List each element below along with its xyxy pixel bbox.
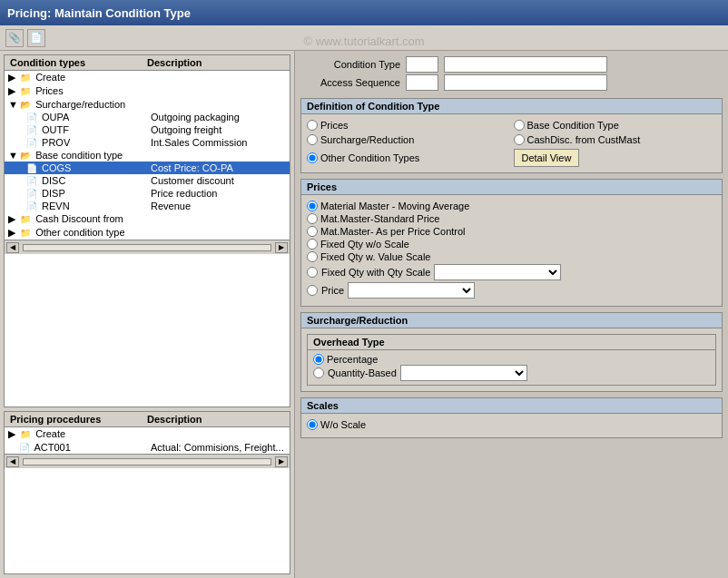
radio-fixed-qty-value[interactable]: Fixed Qty w. Value Scale: [307, 251, 716, 262]
radio-surcharge-input[interactable]: [307, 134, 318, 145]
tree-desc-oupa: Outgoing packaging: [147, 111, 290, 123]
radio-base-condition-input[interactable]: [514, 120, 525, 131]
radio-percentage-input[interactable]: [313, 354, 324, 365]
tree-item-surcharge[interactable]: ▼ 📂 Surcharge/reduction: [5, 98, 290, 111]
expand-cash[interactable]: ▶: [8, 213, 17, 225]
radio-quantity-based-input[interactable]: [313, 367, 324, 378]
doc-icon-prov: 📄: [26, 138, 37, 148]
tree-item-cogs[interactable]: 📄 COGS: [5, 162, 147, 174]
pricing-procedures-header: Pricing procedures Description: [5, 412, 290, 427]
tree-desc-outf: Outgoing freight: [147, 123, 290, 136]
detail-view-button[interactable]: Detail View: [514, 149, 580, 167]
tree-item-disc[interactable]: 📄 DISC: [5, 174, 147, 187]
radio-prices[interactable]: Prices: [307, 120, 510, 131]
tree-item-create[interactable]: ▶ 📁 Create: [5, 71, 290, 84]
tree-label-disp: DISP: [42, 188, 65, 199]
definition-content: Prices Base Condition Type Surcharge/Red…: [301, 114, 722, 172]
overhead-box: Overhead Type Percentage Quantity-Based: [307, 334, 716, 386]
access-sequence-input-small[interactable]: [406, 74, 438, 91]
radio-other-cond[interactable]: Other Condition Types: [307, 152, 510, 163]
radio-fixed-qty-wo-label: Fixed Qty w/o Scale: [320, 239, 409, 250]
toolbar-icon-2[interactable]: 📄: [27, 29, 45, 47]
expand-pp-create[interactable]: ▶: [8, 428, 17, 440]
tree-item-revn[interactable]: 📄 REVN: [5, 200, 147, 212]
overhead-title: Overhead Type: [308, 335, 715, 350]
radio-wo-scale[interactable]: W/o Scale: [307, 419, 716, 430]
radio-other-cond-input[interactable]: [307, 152, 318, 163]
pricing-procedures-tree: Pricing procedures Description ▶ 📁 Creat…: [4, 411, 290, 574]
price-dropdown[interactable]: [348, 282, 475, 299]
tree-label-surcharge: Surcharge/reduction: [35, 99, 125, 110]
radio-cashdisc[interactable]: CashDisc. from CustMast: [514, 134, 717, 145]
radio-fixed-qty-value-input[interactable]: [307, 251, 318, 262]
radio-fixed-qty-wo[interactable]: Fixed Qty w/o Scale: [307, 239, 716, 250]
expand-base[interactable]: ▼: [8, 150, 17, 161]
col-description-2: Description: [147, 414, 284, 425]
radio-fixed-qty-qty[interactable]: Fixed Qty with Qty Scale: [307, 264, 716, 280]
radio-moving-avg-label: Material Master - Moving Average: [320, 201, 469, 211]
radio-standard-price[interactable]: Mat.Master-Standard Price: [307, 213, 716, 224]
radio-cashdisc-input[interactable]: [514, 134, 525, 145]
surcharge-section: Surcharge/Reduction Overhead Type Percen…: [300, 312, 723, 392]
radio-price-control-input[interactable]: [307, 226, 318, 237]
radio-base-condition-label: Base Condition Type: [527, 120, 619, 131]
surcharge-title: Surcharge/Reduction: [301, 313, 722, 328]
radio-base-condition[interactable]: Base Condition Type: [514, 120, 717, 131]
folder-icon-pp-create: 📁: [20, 429, 31, 439]
scroll-track-2[interactable]: [23, 458, 271, 465]
radio-price-input[interactable]: [307, 285, 318, 296]
condition-type-label: Condition Type: [300, 59, 400, 70]
tree-item-oupa[interactable]: 📄 OUPA: [5, 111, 147, 123]
condition-type-input-small[interactable]: [406, 56, 438, 73]
toolbar-icon-1[interactable]: 📎: [5, 29, 24, 47]
radio-price[interactable]: Price: [307, 282, 716, 299]
tree-desc-disp: Price reduction: [147, 187, 290, 200]
tree-item-base-condition[interactable]: ▼ 📂 Base condition type: [5, 149, 290, 162]
top-tree-scrollbar[interactable]: ◀ ▶: [5, 240, 290, 254]
radio-wo-scale-input[interactable]: [307, 419, 318, 430]
col-condition-types: Condition types: [10, 57, 147, 68]
radio-moving-avg-input[interactable]: [307, 201, 318, 211]
tree-item-pp-create[interactable]: ▶ 📁 Create: [5, 427, 290, 441]
tree-desc-cogs: Cost Price: CO-PA: [147, 162, 290, 174]
scroll-left-2[interactable]: ◀: [6, 456, 19, 467]
scroll-right-2[interactable]: ▶: [275, 456, 288, 467]
tree-item-disp[interactable]: 📄 DISP: [5, 187, 147, 200]
condition-type-row: Condition Type: [300, 56, 723, 73]
fixed-qty-qty-dropdown[interactable]: [434, 264, 561, 280]
tree-item-outf[interactable]: 📄 OUTF: [5, 123, 147, 136]
tree-item-cash-discount[interactable]: ▶ 📁 Cash Discount from: [5, 212, 290, 226]
expand-prices[interactable]: ▶: [8, 85, 17, 97]
scroll-track-1[interactable]: [23, 244, 271, 251]
tree-item-other[interactable]: ▶ 📁 Other condition type: [5, 226, 290, 240]
radio-fixed-qty-qty-input[interactable]: [307, 267, 318, 278]
tree-item-prov[interactable]: 📄 PROV: [5, 136, 147, 149]
tree-item-prices[interactable]: ▶ 📁 Prices: [5, 84, 290, 98]
toolbar: 📎 📄 © www.tutorialkart.com: [0, 25, 728, 51]
radio-quantity-based[interactable]: Quantity-Based: [313, 365, 710, 381]
radio-moving-avg[interactable]: Material Master - Moving Average: [307, 201, 716, 211]
quantity-based-dropdown[interactable]: [400, 365, 527, 381]
radio-prices-label: Prices: [320, 120, 349, 131]
definition-title: Definition of Condition Type: [301, 99, 722, 114]
tree-label-outf: OUTF: [42, 124, 69, 135]
folder-icon-prices: 📁: [20, 86, 31, 96]
tree-item-act001[interactable]: 📄 ACT001: [5, 441, 147, 454]
radio-prices-input[interactable]: [307, 120, 318, 131]
radio-surcharge[interactable]: Surcharge/Reduction: [307, 134, 510, 145]
condition-type-input-large[interactable]: [444, 56, 607, 73]
expand-other[interactable]: ▶: [8, 227, 17, 239]
access-sequence-label: Access Sequence: [300, 77, 400, 88]
radio-fixed-qty-wo-input[interactable]: [307, 239, 318, 250]
radio-percentage[interactable]: Percentage: [313, 354, 710, 365]
radio-standard-price-input[interactable]: [307, 213, 318, 224]
scroll-left-1[interactable]: ◀: [6, 242, 19, 253]
scales-title: Scales: [301, 398, 722, 414]
doc-icon-act001: 📄: [19, 443, 30, 453]
bottom-tree-scrollbar[interactable]: ◀ ▶: [5, 454, 290, 468]
radio-price-control[interactable]: Mat.Master- As per Price Control: [307, 226, 716, 237]
expand-create[interactable]: ▶: [8, 72, 17, 83]
expand-surcharge[interactable]: ▼: [8, 99, 17, 110]
scroll-right-1[interactable]: ▶: [275, 242, 288, 253]
access-sequence-input-large[interactable]: [444, 74, 607, 91]
